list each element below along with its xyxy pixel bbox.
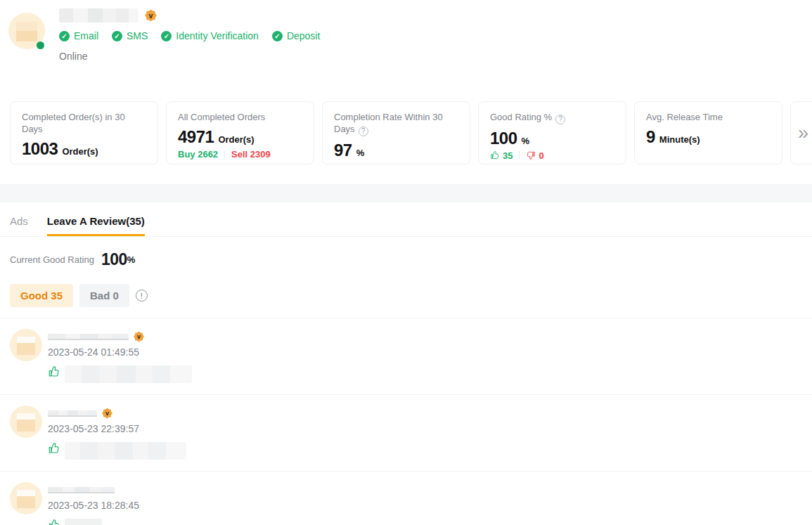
avatar-blur [17,413,35,432]
stat-unit: % [356,148,365,158]
stat-unit: Order(s) [62,146,98,157]
section-divider-band [0,184,812,202]
verification-label: SMS [127,30,148,41]
review-timestamp: 2023-05-23 22:39:57 [48,423,186,434]
thumbs-up-count: 35 [490,150,513,161]
expand-stats-button[interactable]: » [790,101,812,164]
check-icon: ✓ [161,31,172,41]
merchant-info: v ✓ Email ✓ SMS ✓ Identity Verification … [59,7,320,62]
reviewer-avatar [10,482,42,514]
thumbs-up-icon [48,519,60,525]
stat-unit: Order(s) [218,134,254,145]
review-text-blurred [65,365,192,383]
stat-value: 9 [646,127,655,147]
thumbs-up-icon [48,365,60,378]
thumbs-down-count: 0 [526,150,543,161]
check-icon: ✓ [59,31,70,41]
stat-value: 4971 [178,127,214,147]
review-timestamp: 2023-05-24 01:49:55 [48,346,192,358]
review-item: v 2023-05-24 01:49:55 [0,318,812,394]
online-status-dot [37,41,44,49]
card-good-rating: Good Rating %? 100 % 35 0 [478,101,626,164]
verified-badge-icon: v [134,332,144,342]
verification-email: ✓ Email [59,30,98,41]
review-text-blurred [65,519,103,525]
thumbs-down-icon [526,150,536,160]
merchant-profile-header: v ✓ Email ✓ SMS ✓ Identity Verification … [0,0,812,62]
review-timestamp: 2023-05-23 18:28:45 [48,500,139,511]
filter-bad-button[interactable]: Bad 0 [79,284,129,307]
merchant-name-blurred [59,8,138,22]
double-chevron-right-icon: » [798,124,808,143]
stat-value: 100 [490,129,517,148]
reviewer-name-blurred [48,334,129,340]
review-list: v 2023-05-24 01:49:55 v 2023-05-23 22:39… [0,318,812,525]
verified-merchant-badge-icon: v [145,10,157,22]
review-filter-row: Good 35 Bad 0 ! [10,284,802,307]
filter-good-button[interactable]: Good 35 [10,284,73,307]
stat-unit: % [522,136,530,146]
stat-label: Completed Order(s) in 30 Days [22,112,125,134]
verification-label: Identity Verification [176,30,259,41]
online-status-text: Online [59,51,320,62]
thumbs-up-icon [48,442,60,455]
buy-count: Buy 2662 [178,149,218,160]
tab-leave-a-review[interactable]: Leave A Review(35) [47,215,145,236]
check-icon: ✓ [272,31,283,41]
verification-sms: ✓ SMS [112,30,148,41]
stat-label: Avg. Release Time [646,112,723,122]
check-icon: ✓ [112,31,122,41]
verification-identity: ✓ Identity Verification [161,30,259,41]
review-text-blurred [65,442,186,460]
down-count-value: 0 [539,150,543,161]
current-good-rating: Current Good Rating 100 % [10,250,802,269]
verification-badges: ✓ Email ✓ SMS ✓ Identity Verification ✓ … [59,30,320,41]
divider [519,151,520,160]
card-all-completed-orders: All Completed Orders 4971 Order(s) Buy 2… [166,101,314,164]
stat-value: 97 [334,141,352,160]
rating-value: 100 [101,250,127,269]
review-item: v 2023-05-23 18:28:45 [0,471,812,525]
reviewer-name-blurred [48,410,97,417]
info-icon[interactable]: ! [136,290,148,302]
verification-label: Deposit [287,30,320,41]
rating-unit: % [127,254,136,265]
thumbs-up-icon [490,150,500,160]
up-count-value: 35 [503,150,513,161]
stats-card-row: Completed Order(s) in 30 Days 1003 Order… [0,101,812,164]
avatar-blur [17,337,35,355]
review-item: v 2023-05-23 22:39:57 [0,394,812,471]
stat-label: Completion Rate Within 30 Days [334,112,443,134]
avatar-blur [17,490,35,508]
rating-label: Current Good Rating [10,254,94,265]
stat-label: All Completed Orders [178,112,265,122]
merchant-avatar [8,13,45,49]
reviewer-avatar [10,406,42,438]
verified-badge-icon: v [102,408,112,419]
reviewer-avatar [10,329,42,361]
card-completion-rate: Completion Rate Within 30 Days? 97 % [322,101,470,164]
divider [224,150,225,159]
help-icon[interactable]: ? [555,115,565,124]
stat-unit: Minute(s) [659,134,700,145]
stat-label: Good Rating % [490,112,552,122]
verification-label: Email [74,30,98,41]
tab-bar: Ads Leave A Review(35) [0,202,812,237]
verification-deposit: ✓ Deposit [272,30,320,41]
avatar-blur [16,22,37,41]
merchant-name-row: v [59,7,320,24]
stat-value: 1003 [22,139,58,159]
card-completed-orders-30d: Completed Order(s) in 30 Days 1003 Order… [10,101,158,164]
help-icon[interactable]: ? [359,127,368,136]
card-avg-release-time: Avg. Release Time 9 Minute(s) [634,101,782,164]
tab-ads[interactable]: Ads [10,215,28,236]
sell-count: Sell 2309 [231,149,271,160]
reviewer-name-blurred [48,487,115,493]
